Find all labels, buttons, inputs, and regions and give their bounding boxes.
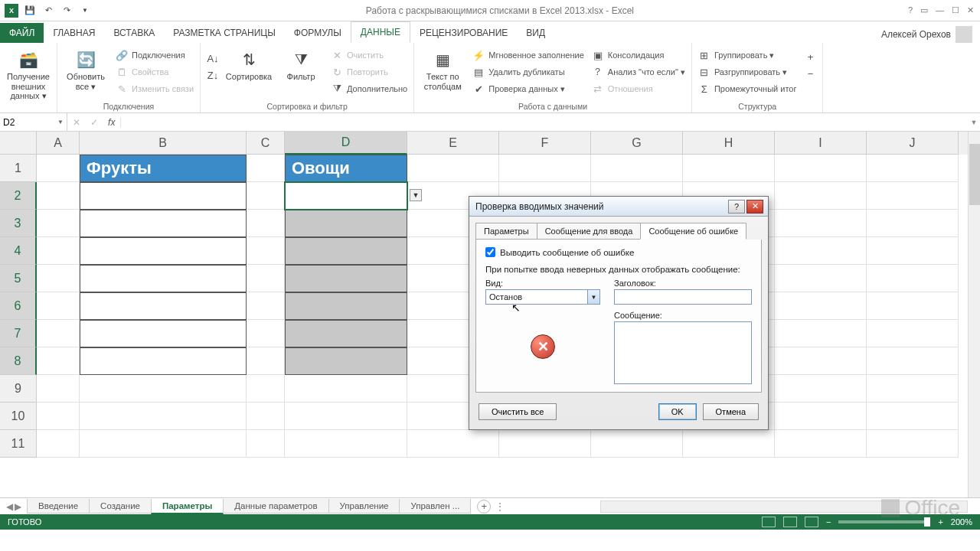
row-header[interactable]: 11 bbox=[0, 430, 37, 458]
cell[interactable] bbox=[80, 375, 247, 403]
select-all-corner[interactable] bbox=[0, 132, 37, 155]
cell[interactable] bbox=[775, 375, 867, 403]
zoom-slider[interactable] bbox=[838, 520, 930, 523]
cell[interactable] bbox=[247, 375, 285, 403]
minimize-icon[interactable]: — bbox=[936, 5, 944, 15]
cell[interactable] bbox=[37, 155, 80, 182]
normal-view-icon[interactable] bbox=[762, 517, 776, 527]
cell[interactable] bbox=[775, 182, 867, 210]
cell[interactable] bbox=[499, 155, 591, 182]
column-header[interactable]: D bbox=[285, 132, 407, 155]
row-header[interactable]: 1 bbox=[0, 155, 37, 182]
cell[interactable] bbox=[285, 403, 407, 430]
tab-home[interactable]: ГЛАВНАЯ bbox=[44, 23, 104, 43]
column-header[interactable]: G bbox=[591, 132, 683, 155]
dialog-help-icon[interactable]: ? bbox=[728, 200, 745, 214]
row-header[interactable]: 8 bbox=[0, 347, 37, 375]
cell[interactable] bbox=[775, 403, 867, 430]
cell[interactable] bbox=[285, 237, 407, 265]
cell[interactable] bbox=[80, 347, 247, 375]
sheet-tab[interactable]: Создание bbox=[89, 499, 152, 514]
sheet-tab[interactable]: Введение bbox=[27, 499, 90, 514]
cell[interactable] bbox=[867, 375, 959, 403]
cell[interactable]: Фрукты bbox=[80, 155, 247, 182]
cell[interactable] bbox=[285, 210, 407, 237]
get-external-data-button[interactable]: 🗃️ Получение внешних данных ▾ bbox=[6, 46, 51, 101]
new-sheet-button[interactable]: + bbox=[477, 500, 491, 514]
cell[interactable] bbox=[683, 155, 775, 182]
cell[interactable] bbox=[247, 155, 285, 182]
advanced-filter-button[interactable]: ⧩Дополнительно bbox=[331, 81, 407, 96]
refresh-all-button[interactable]: 🔄 Обновить все ▾ bbox=[64, 46, 108, 91]
tab-insert[interactable]: ВСТАВКА bbox=[104, 23, 164, 43]
cell[interactable] bbox=[247, 237, 285, 265]
sheet-nav-prev-icon[interactable]: ◀ bbox=[6, 501, 13, 512]
cancel-formula-icon[interactable]: ✕ bbox=[73, 117, 80, 128]
cell[interactable] bbox=[247, 210, 285, 237]
cell[interactable] bbox=[775, 210, 867, 237]
hide-detail-button[interactable]: − bbox=[804, 66, 816, 81]
sheet-tab[interactable]: Параметры bbox=[151, 499, 224, 514]
page-layout-view-icon[interactable] bbox=[783, 517, 797, 527]
cell[interactable] bbox=[407, 155, 499, 182]
redo-icon[interactable]: ↷ bbox=[60, 4, 74, 18]
tab-review[interactable]: РЕЦЕНЗИРОВАНИЕ bbox=[410, 23, 517, 43]
cell[interactable] bbox=[37, 430, 80, 458]
cell[interactable] bbox=[37, 320, 80, 347]
ribbon-options-icon[interactable]: ▭ bbox=[920, 5, 928, 15]
dialog-tab-error-alert[interactable]: Сообщение об ошибке bbox=[640, 223, 746, 240]
show-error-checkbox[interactable] bbox=[485, 247, 495, 257]
row-header[interactable]: 3 bbox=[0, 210, 37, 237]
enter-formula-icon[interactable]: ✓ bbox=[90, 117, 98, 128]
cell[interactable] bbox=[247, 430, 285, 458]
show-detail-button[interactable]: + bbox=[804, 49, 816, 64]
sort-button[interactable]: ⇅ Сортировка bbox=[227, 46, 271, 82]
subtotal-button[interactable]: ΣПромежуточный итог bbox=[698, 81, 797, 96]
column-header[interactable]: C bbox=[247, 132, 285, 155]
clear-all-button[interactable]: Очистить все bbox=[479, 403, 557, 420]
ok-button[interactable]: OK bbox=[658, 403, 697, 420]
sort-asc-button[interactable]: A↓ bbox=[207, 51, 219, 66]
cell[interactable] bbox=[775, 320, 867, 347]
column-header[interactable]: E bbox=[407, 132, 499, 155]
cell[interactable] bbox=[80, 430, 247, 458]
dialog-tab-settings[interactable]: Параметры bbox=[475, 223, 537, 240]
maximize-icon[interactable]: ☐ bbox=[952, 5, 959, 15]
cell[interactable] bbox=[683, 430, 775, 458]
error-title-input[interactable] bbox=[614, 289, 752, 305]
row-header[interactable]: 6 bbox=[0, 292, 37, 320]
column-header[interactable]: A bbox=[37, 132, 80, 155]
cell[interactable] bbox=[80, 265, 247, 292]
cell[interactable] bbox=[285, 430, 407, 458]
horizontal-scrollbar[interactable] bbox=[600, 500, 968, 513]
tab-file[interactable]: ФАЙЛ bbox=[0, 23, 44, 43]
cell[interactable] bbox=[867, 347, 959, 375]
cell[interactable] bbox=[867, 403, 959, 430]
sheet-tab[interactable]: Данные параметров bbox=[223, 499, 328, 514]
tab-view[interactable]: ВИД bbox=[517, 23, 554, 43]
tab-formulas[interactable]: ФОРМУЛЫ bbox=[285, 23, 351, 43]
cell[interactable] bbox=[80, 210, 247, 237]
cell[interactable] bbox=[247, 320, 285, 347]
sort-desc-button[interactable]: Z↓ bbox=[207, 67, 219, 83]
cell[interactable] bbox=[247, 265, 285, 292]
undo-icon[interactable]: ↶ bbox=[41, 4, 55, 18]
cell[interactable] bbox=[247, 292, 285, 320]
help-icon[interactable]: ? bbox=[908, 5, 913, 15]
cell[interactable] bbox=[37, 237, 80, 265]
cell[interactable] bbox=[867, 320, 959, 347]
what-if-button[interactable]: ？Анализ "что если" ▾ bbox=[592, 64, 685, 80]
text-to-columns-button[interactable]: ▦ Текст по столбцам bbox=[420, 46, 465, 91]
cell[interactable] bbox=[775, 155, 867, 182]
filter-button[interactable]: ⧩ Фильтр bbox=[279, 46, 323, 82]
cell[interactable] bbox=[775, 237, 867, 265]
row-header[interactable]: 9 bbox=[0, 375, 37, 403]
cancel-button[interactable]: Отмена bbox=[703, 403, 759, 420]
cell[interactable] bbox=[867, 265, 959, 292]
close-icon[interactable]: ✕ bbox=[967, 5, 974, 15]
cell[interactable] bbox=[247, 403, 285, 430]
remove-duplicates-button[interactable]: ▤Удалить дубликаты bbox=[472, 64, 584, 80]
scrollbar-thumb[interactable] bbox=[969, 144, 980, 205]
sheet-tab[interactable]: Управлен ... bbox=[399, 499, 471, 514]
row-headers[interactable]: 1234567891011 bbox=[0, 155, 37, 458]
